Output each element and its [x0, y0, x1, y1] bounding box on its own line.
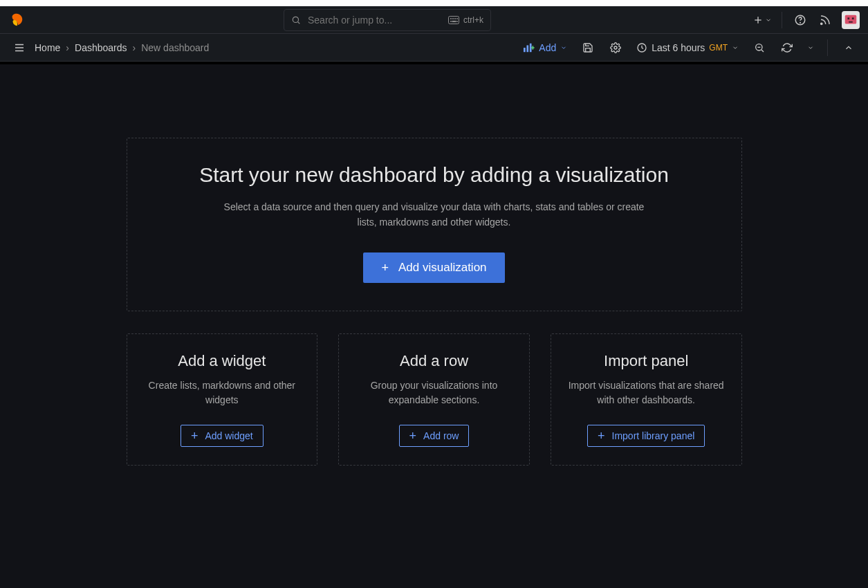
topbar: ctrl+k: [0, 6, 868, 34]
help-button[interactable]: [789, 9, 811, 31]
save-dashboard-button[interactable]: [577, 37, 599, 59]
svg-point-3: [450, 18, 451, 19]
collapse-toolbar-button[interactable]: [838, 37, 860, 59]
chevron-down-icon: [765, 17, 772, 24]
breadcrumb-home[interactable]: Home: [35, 42, 60, 53]
card-description: Create lists, markdowns and other widget…: [140, 378, 305, 408]
refresh-button[interactable]: [776, 37, 798, 59]
button-label: Add row: [423, 430, 459, 441]
add-panel-dropdown[interactable]: Add: [519, 39, 571, 56]
new-menu-button[interactable]: [750, 9, 775, 31]
breadcrumb-sep: ›: [133, 42, 136, 53]
svg-point-27: [614, 46, 617, 49]
svg-rect-8: [452, 21, 456, 21]
time-range-label: Last 6 hours: [652, 42, 705, 53]
divider: [782, 12, 782, 28]
add-widget-button[interactable]: + Add widget: [181, 425, 264, 447]
card-import-panel: Import panel Import visualizations that …: [551, 333, 742, 466]
card-title: Import panel: [564, 352, 729, 370]
grafana-logo[interactable]: [8, 12, 25, 28]
card-description: Import visualizations that are shared wi…: [564, 378, 729, 408]
browser-chrome-strip: [0, 0, 868, 6]
keyboard-icon: [448, 16, 459, 24]
plus-icon: +: [191, 430, 198, 442]
card-add-widget: Add a widget Create lists, markdowns and…: [127, 333, 318, 466]
svg-line-1: [298, 21, 300, 24]
svg-point-13: [800, 22, 801, 23]
card-title: Add a widget: [140, 352, 305, 370]
svg-line-30: [761, 50, 764, 52]
button-label: Add visualization: [398, 261, 487, 275]
empty-state-description: Select a data source and then query and …: [220, 199, 649, 230]
bar-chart-icon: [524, 43, 535, 53]
breadcrumb-dashboards[interactable]: Dashboards: [75, 42, 127, 53]
chevron-down-icon: [807, 44, 814, 51]
svg-rect-18: [849, 21, 853, 22]
empty-state-card: Start your new dashboard by adding a vis…: [127, 138, 742, 311]
svg-point-0: [293, 17, 298, 22]
card-title: Add a row: [351, 352, 517, 370]
search-input[interactable]: [306, 14, 443, 26]
svg-point-14: [821, 23, 822, 24]
breadcrumb-sep: ›: [66, 42, 69, 53]
card-add-row: Add a row Group your visualizations into…: [338, 333, 530, 466]
page-toolbar: Home › Dashboards › New dashboard Add: [0, 34, 868, 62]
add-visualization-button[interactable]: + Add visualization: [363, 252, 504, 283]
dashboard-settings-button[interactable]: [604, 37, 627, 59]
add-row-button[interactable]: + Add row: [399, 425, 470, 447]
search-icon: [291, 15, 301, 25]
svg-rect-2: [448, 16, 459, 24]
plus-icon: +: [409, 430, 417, 442]
empty-state-title: Start your new dashboard by adding a vis…: [144, 163, 725, 187]
plus-icon: +: [381, 261, 389, 274]
chevron-down-icon: [560, 44, 567, 51]
card-description: Group your visualizations into expandabl…: [351, 378, 517, 408]
add-label: Add: [539, 42, 556, 53]
svg-rect-17: [852, 17, 854, 19]
svg-rect-22: [524, 48, 526, 52]
global-search[interactable]: ctrl+k: [284, 9, 491, 31]
svg-point-9: [456, 21, 457, 21]
clock-icon: [636, 42, 647, 53]
divider: [827, 39, 828, 56]
news-button[interactable]: [814, 9, 836, 31]
refresh-interval-dropdown[interactable]: [804, 37, 818, 59]
plus-icon: +: [598, 430, 605, 442]
user-avatar[interactable]: [842, 11, 860, 29]
svg-point-7: [450, 21, 451, 21]
svg-rect-23: [527, 45, 529, 52]
breadcrumb-current: New dashboard: [141, 42, 209, 53]
hotkey-hint: ctrl+k: [448, 15, 483, 25]
breadcrumb: Home › Dashboards › New dashboard: [35, 42, 209, 53]
button-label: Add widget: [205, 430, 252, 441]
dashboard-content: Start your new dashboard by adding a vis…: [0, 64, 868, 482]
svg-rect-16: [847, 17, 849, 19]
svg-point-5: [454, 18, 455, 19]
menu-toggle-button[interactable]: [8, 37, 30, 59]
svg-point-4: [452, 18, 453, 19]
import-library-panel-button[interactable]: + Import library panel: [587, 425, 705, 447]
timezone-badge: GMT: [709, 43, 728, 53]
svg-point-6: [456, 18, 457, 19]
button-label: Import library panel: [612, 430, 695, 441]
chevron-down-icon: [732, 44, 739, 51]
time-range-picker[interactable]: Last 6 hours GMT: [632, 39, 743, 56]
zoom-out-button[interactable]: [748, 37, 770, 59]
